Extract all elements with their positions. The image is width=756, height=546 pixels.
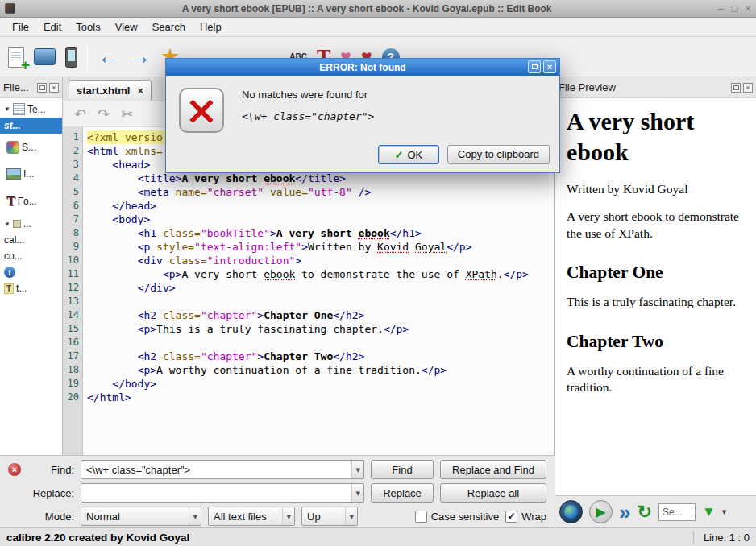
code-line-5[interactable]: <meta name="charset" value="utf-8" /> — [87, 185, 554, 199]
file-item-1[interactable]: st... — [0, 118, 62, 134]
code-line-8[interactable]: <h1 class="bookTitle">A very short ebook… — [87, 226, 554, 240]
code-line-10[interactable]: <div class="introduction"> — [87, 254, 554, 267]
replace-dropdown-icon[interactable]: ▾ — [351, 484, 363, 502]
menu-edit[interactable]: Edit — [36, 19, 69, 35]
code-line-12[interactable]: </div> — [87, 281, 554, 295]
file-item-4[interactable]: TFo... — [0, 187, 62, 216]
tab-start-xhtml[interactable]: start.xhtml × — [69, 80, 152, 101]
mode-select[interactable]: Normal ▾ — [81, 507, 201, 526]
code-segment — [87, 309, 138, 321]
reload-preview-icon[interactable]: ↻ — [637, 503, 651, 521]
file-item-7[interactable]: co... — [0, 248, 62, 264]
find-next-icon[interactable]: ▼ — [702, 505, 716, 519]
titlebar[interactable]: A very short ebook [EPUB] :: A very shor… — [0, 0, 756, 18]
preview-p-4: This is a truly fascinating chapter. — [567, 294, 745, 310]
code-segment: Chapter Two — [264, 350, 333, 362]
files-select[interactable]: All text files ▾ — [208, 507, 295, 526]
find-dropdown-icon[interactable]: ▾ — [351, 461, 363, 478]
replace-button[interactable]: Replace — [371, 483, 434, 503]
open-book-icon[interactable] — [34, 48, 56, 65]
menu-help[interactable]: Help — [193, 19, 229, 35]
refresh-preview-button[interactable]: ▶ — [589, 500, 613, 523]
direction-select[interactable]: Up ▾ — [301, 507, 358, 526]
replace-all-button[interactable]: Replace all — [440, 483, 546, 503]
more-options-icon[interactable]: ▾ — [722, 507, 727, 516]
file-item-3[interactable]: I... — [0, 161, 62, 187]
code-segment: "utf-8" — [308, 186, 352, 198]
preview-close-icon[interactable]: × — [743, 83, 753, 93]
code-line-9[interactable]: <p style="text-align:left">Written by Ko… — [87, 240, 554, 254]
dialog-restore-button[interactable] — [528, 60, 541, 73]
file-item-2[interactable]: S... — [0, 134, 62, 161]
redo-icon[interactable]: ↷ — [98, 107, 110, 122]
code-segment — [87, 254, 138, 267]
wrap-label: Wrap — [521, 511, 546, 523]
copy-to-clipboard-button[interactable]: Copy to clipboard — [447, 145, 550, 164]
line-number-20: 20 — [63, 391, 79, 404]
code-line-14[interactable]: <h2 class="chapter">Chapter One</h2> — [87, 308, 554, 322]
code-line-6[interactable]: </head> — [87, 199, 554, 213]
dialog-controls: × — [528, 60, 556, 73]
toolbar-gap — [189, 56, 280, 57]
send-to-device-icon[interactable] — [65, 47, 77, 68]
case-sensitive-checkbox[interactable]: Case sensitive — [415, 511, 500, 523]
sync-position-icon[interactable]: » — [619, 502, 630, 523]
mode-label: Mode: — [8, 511, 74, 523]
file-item-0[interactable]: ▼Te... — [0, 101, 62, 118]
float-panel-icon[interactable] — [37, 83, 47, 93]
code-line-19[interactable]: </body> — [87, 377, 554, 391]
undo-icon[interactable]: ↶ — [74, 107, 86, 122]
maximize-button[interactable]: □ — [732, 3, 738, 14]
code-line-13[interactable] — [87, 295, 554, 308]
code-line-15[interactable]: <p>This is a truly fascinating chapter.<… — [87, 322, 554, 336]
menu-tools[interactable]: Tools — [69, 19, 107, 35]
code-segment: > — [257, 350, 264, 362]
code-line-4[interactable]: <title>A very short ebook</title> — [87, 172, 554, 185]
code-segment: > — [301, 241, 308, 253]
file-item-6[interactable]: cal... — [0, 232, 62, 248]
line-number-19: 19 — [63, 377, 79, 391]
expander-icon[interactable]: ▼ — [4, 105, 10, 113]
dialog-titlebar[interactable]: ERROR: Not found × — [166, 59, 559, 76]
file-item-8[interactable]: i — [0, 264, 62, 280]
preview-float-icon[interactable] — [731, 83, 741, 93]
code-line-7[interactable]: <body> — [87, 213, 554, 226]
menu-view[interactable]: View — [108, 19, 145, 35]
close-panel-icon[interactable]: × — [49, 83, 59, 93]
new-file-icon[interactable] — [8, 47, 24, 68]
code-line-16[interactable] — [87, 336, 554, 350]
ok-button[interactable]: ✓ OK — [378, 145, 439, 164]
menu-file[interactable]: File — [5, 19, 36, 35]
minimize-button[interactable]: – — [718, 3, 724, 14]
wrap-checkbox[interactable]: ✓ Wrap — [505, 511, 546, 523]
file-item-9[interactable]: Tt... — [0, 280, 62, 296]
menubar: FileEditToolsViewSearchHelp — [0, 18, 756, 37]
file-item-5[interactable]: ▼... — [0, 216, 62, 232]
dialog-title: ERROR: Not found — [319, 62, 405, 73]
code-segment: <div — [138, 254, 163, 267]
file-preview-title: File Preview — [559, 81, 616, 93]
tab-close-icon[interactable]: × — [137, 85, 143, 97]
back-icon[interactable]: ← — [98, 46, 119, 68]
find-button[interactable]: Find — [371, 460, 434, 479]
code-segment — [87, 268, 163, 280]
code-segment — [87, 227, 138, 239]
preview-search-input[interactable]: Se... — [658, 503, 696, 521]
code-area[interactable]: 1234567891011121314151617181920 <?xml ve… — [63, 127, 554, 455]
expander-icon[interactable]: ▼ — [4, 221, 10, 228]
code-line-17[interactable]: <h2 class="chapter">Chapter Two</h2> — [87, 350, 554, 363]
close-search-icon[interactable]: × — [8, 463, 21, 476]
find-input[interactable]: <\w+ class="chapter"> ▾ — [81, 460, 364, 479]
code-line-11[interactable]: <p>A very short ebook to demonstrate the… — [87, 267, 554, 281]
forward-icon[interactable]: → — [129, 46, 151, 68]
menu-search[interactable]: Search — [145, 19, 193, 35]
open-in-browser-button[interactable] — [559, 500, 583, 523]
cut-icon[interactable]: ✂ — [121, 107, 133, 122]
close-button[interactable]: × — [745, 3, 751, 14]
replace-and-find-button[interactable]: Replace and Find — [440, 460, 546, 479]
code-line-20[interactable]: </html> — [87, 391, 554, 404]
dialog-close-button[interactable]: × — [543, 60, 556, 73]
code-segment — [87, 364, 138, 376]
code-line-18[interactable]: <p>A worthy continuation of a fine tradi… — [87, 363, 554, 377]
replace-input[interactable]: ▾ — [81, 483, 364, 503]
